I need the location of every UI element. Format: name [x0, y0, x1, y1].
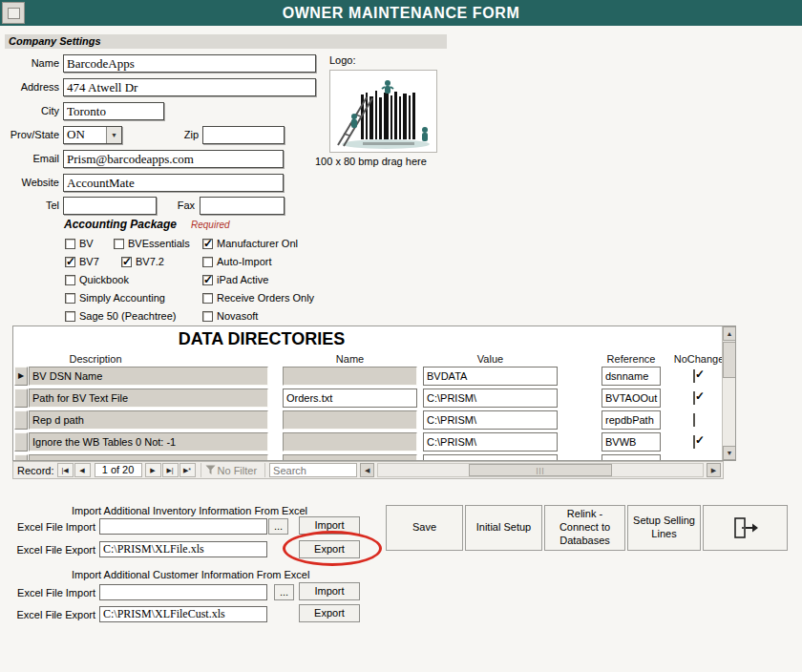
vertical-scroll-thumb[interactable]	[723, 342, 736, 378]
fax-input[interactable]	[200, 197, 285, 215]
cell-reference[interactable]: dsnname	[602, 367, 661, 386]
checkbox-label: BV7	[79, 256, 99, 267]
scroll-down-arrow-icon[interactable]: ▼	[723, 446, 736, 460]
customer-import-button[interactable]: Import	[299, 582, 360, 600]
previous-record-button[interactable]: ◀	[74, 463, 91, 477]
form-icon[interactable]	[2, 2, 25, 24]
checkbox-label: Quickbook	[79, 274, 129, 285]
inventory-export-button[interactable]: Export	[299, 540, 360, 558]
relink-databases-button[interactable]: Relink - Connect to Databases	[544, 505, 625, 551]
row-selector[interactable]: ▶	[14, 367, 28, 386]
checkbox-simply-accounting[interactable]: Simply Accounting	[65, 292, 165, 304]
cell-name[interactable]	[283, 410, 417, 430]
row-selector[interactable]	[14, 432, 28, 452]
checkbox-box	[202, 311, 213, 322]
row-selector[interactable]	[14, 388, 28, 408]
nochange-checkbox[interactable]	[693, 370, 706, 383]
initial-setup-button[interactable]: Initial Setup	[465, 505, 542, 551]
nochange-checkbox[interactable]	[693, 436, 706, 449]
cell-reference[interactable]: BVWB	[602, 432, 661, 452]
inventory-import-button[interactable]: Import	[299, 516, 360, 535]
checkbox-auto-import[interactable]: Auto-Import	[202, 256, 271, 267]
checkbox-novasoft[interactable]: Novasoft	[202, 310, 258, 322]
cell-name[interactable]	[283, 432, 417, 452]
checkbox-label: BVEssentials	[128, 238, 190, 249]
search-input[interactable]	[269, 463, 357, 477]
exit-button[interactable]	[703, 505, 788, 551]
cell-reference[interactable]	[602, 454, 661, 461]
inventory-export-label: Excel File Export	[11, 544, 95, 556]
checkbox-box	[693, 413, 695, 427]
cell-name[interactable]	[283, 367, 417, 386]
customer-import-input[interactable]	[99, 584, 267, 600]
email-input[interactable]	[63, 150, 284, 168]
checkbox-bvessentials[interactable]: BVEssentials	[114, 238, 190, 249]
checkbox-bv7[interactable]: BV7	[65, 256, 99, 267]
next-record-button[interactable]: ▶	[145, 463, 161, 477]
checkbox-bv[interactable]: BV	[65, 238, 94, 249]
scroll-up-arrow-icon[interactable]: ▲	[723, 326, 736, 341]
checkbox-box	[65, 257, 75, 267]
tel-input[interactable]	[63, 197, 157, 215]
cell-reference[interactable]: BVTAOOut	[602, 388, 661, 408]
horizontal-scrollbar[interactable]: |||	[377, 463, 704, 477]
city-input[interactable]	[63, 102, 164, 120]
cell-value[interactable]: C:\PRISM\	[423, 454, 558, 461]
checkbox-receive-orders-only[interactable]: Receive Orders Only	[202, 292, 314, 304]
checkbox-ipad-active[interactable]: iPad Active	[202, 274, 268, 285]
save-button[interactable]: Save	[386, 505, 463, 551]
hscroll-right-arrow-icon[interactable]: ▶	[707, 463, 721, 477]
cell-value[interactable]: C:\PRISM\	[423, 432, 558, 452]
row-selector[interactable]	[14, 454, 28, 461]
checkbox-label: Manufacturer Onl	[217, 238, 298, 249]
current-record-arrow-icon: ▶	[18, 371, 24, 380]
cell-name[interactable]: Orders.txt	[283, 388, 417, 408]
cell-value[interactable]: C:\PRISM\	[423, 388, 558, 408]
website-input[interactable]	[63, 174, 284, 192]
checkbox-box	[693, 435, 695, 449]
hscroll-left-arrow-icon[interactable]: ◀	[360, 463, 374, 477]
website-label: Website	[0, 177, 59, 188]
cell-value[interactable]: BVDATA	[423, 367, 558, 386]
customer-export-button[interactable]: Export	[299, 604, 360, 622]
row-selector[interactable]	[14, 410, 28, 430]
cell-value[interactable]: C:\PRISM\	[423, 410, 558, 430]
prov-state-select[interactable]: ON ▼	[63, 126, 122, 144]
checkbox-box	[693, 391, 695, 405]
record-position[interactable]: 1 of 20	[95, 463, 142, 477]
cell-reference[interactable]: repdbPath	[602, 410, 661, 430]
no-filter-label[interactable]: No Filter	[218, 465, 258, 476]
address-input[interactable]	[63, 78, 316, 96]
cell-description: BV DSN Name	[29, 367, 268, 386]
name-label: Name	[0, 57, 59, 69]
first-record-button[interactable]: |◀	[57, 463, 74, 477]
customer-import-label: Excel File Import	[11, 587, 95, 598]
name-input[interactable]	[63, 54, 316, 73]
cell-name[interactable]	[283, 454, 417, 461]
last-record-button[interactable]: ▶|	[162, 463, 179, 477]
inventory-export-input[interactable]	[99, 541, 267, 557]
dropdown-arrow-icon[interactable]: ▼	[106, 127, 121, 143]
checkbox-manufacturer-onl[interactable]: Manufacturer Onl	[202, 238, 298, 249]
checkbox-quickbook[interactable]: Quickbook	[65, 274, 129, 285]
customer-browse-button[interactable]: ...	[274, 584, 294, 600]
checkbox-box	[65, 275, 75, 285]
setup-selling-lines-button[interactable]: Setup Selling Lines	[627, 505, 701, 551]
logo-image[interactable]	[329, 70, 437, 153]
horizontal-scroll-thumb[interactable]: |||	[469, 464, 612, 476]
checkbox-label: Receive Orders Only	[217, 292, 314, 304]
zip-input[interactable]	[202, 126, 285, 144]
new-record-button[interactable]: ▶*	[179, 463, 196, 477]
logo-label: Logo:	[329, 54, 368, 66]
inventory-import-input[interactable]	[99, 518, 267, 535]
checkbox-box	[202, 275, 213, 285]
customer-section-title: Import Additional Customer Information F…	[72, 569, 309, 580]
nochange-checkbox[interactable]	[693, 392, 706, 405]
checkbox-bv72[interactable]: BV7.2	[121, 256, 164, 267]
grid-vertical-scrollbar[interactable]: ▲ ▼	[722, 326, 736, 460]
required-label: Required	[191, 220, 230, 230]
customer-export-input[interactable]	[99, 606, 267, 622]
inventory-browse-button[interactable]: ...	[268, 518, 288, 535]
checkbox-sage50-peachtree[interactable]: Sage 50 (Peachtree)	[65, 310, 177, 322]
nochange-checkbox[interactable]	[693, 414, 706, 427]
